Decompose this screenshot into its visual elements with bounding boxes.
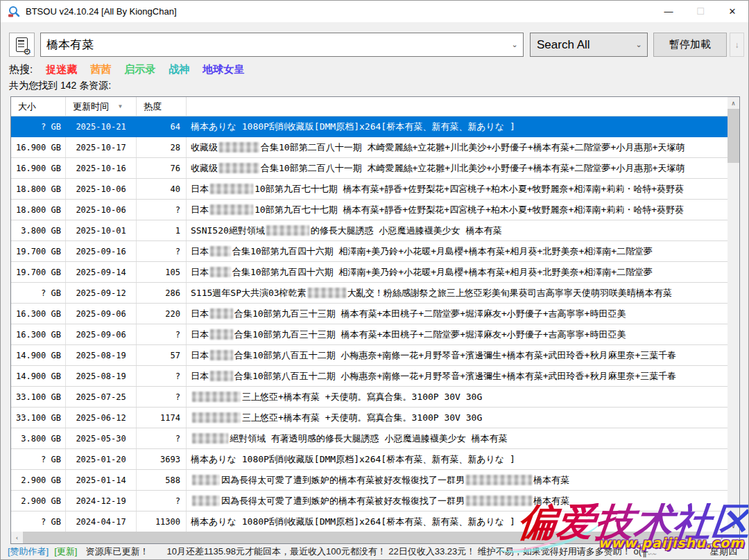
cell-size: 2.900 GB — [11, 491, 66, 511]
table-row[interactable]: ? GB 2024-04-17 11300 橋本ありな 1080P刮削收藏版[D… — [11, 511, 728, 532]
cell-title: S115週年SP大共演03榨乾素大亂交！粉絲感謝祭之旅三上悠亞彩美旬果葵司吉高寧… — [187, 283, 728, 303]
search-dropdown-arrow-icon[interactable]: ⌄ — [506, 40, 523, 49]
cell-date: 2025-08-19 — [66, 345, 137, 365]
search-input[interactable] — [41, 38, 506, 52]
cell-title: 絕對領域 有著透明感的修長大腿誘惑 小惡魔過膝襪美少女 橋本有菜 — [187, 428, 728, 448]
cell-date: 2025-09-16 — [66, 241, 137, 261]
cell-heat: 28 — [137, 137, 187, 157]
censored-blur — [210, 308, 233, 319]
table-row[interactable]: 3.800 GB 2025-05-30 ? 絕對領域 有著透明感的修長大腿誘惑 … — [11, 428, 728, 449]
cell-date: 2025-10-16 — [66, 158, 137, 178]
table-row[interactable]: ? GB 2025-10-21 64 橋本ありな 1080P刮削收藏版[DMM原… — [11, 116, 728, 137]
column-header-date-label: 更新时间 — [73, 100, 109, 113]
cell-heat: ? — [137, 491, 187, 511]
cell-heat: 1174 — [137, 408, 187, 428]
table-row[interactable]: 3.800 GB 2025-10-01 1 SSNI520絕對領域 的修長大腿誘… — [11, 220, 728, 241]
cell-title: 日本10部第九百七十七期 橋本有菜+靜香+佐野梨花+四宮桃子+柏木小夏+牧野麗奈… — [187, 179, 728, 199]
cell-date: 2025-10-21 — [66, 116, 137, 137]
cell-title: 日本合集10部第九百四十六期 相澤南+美乃鈴+小花暖+月島櫻+橋本有菜+相月葵+… — [187, 262, 728, 282]
censored-blur — [192, 496, 220, 506]
table-row[interactable]: ? GB 2025-09-12 286 S115週年SP大共演03榨乾素大亂交！… — [11, 283, 728, 304]
minimize-button[interactable]: — — [653, 1, 685, 22]
table-row[interactable]: 19.700 GB 2025-09-14 105 日本合集10部第九百四十六期 … — [11, 262, 728, 283]
engine-selected-label: Search All — [531, 38, 630, 52]
table-row[interactable]: 14.900 GB 2025-08-19 ? 日本合集10部第八百五十二期 小梅… — [11, 366, 728, 387]
column-header-title[interactable] — [187, 97, 728, 116]
cell-date: 2025-09-06 — [66, 304, 137, 324]
cell-title: 日本10部第九百七十七期 橋本有菜+靜香+佐野梨花+四宮桃子+柏木小夏+牧野麗奈… — [187, 200, 728, 220]
horizontal-scrollbar[interactable]: ‹ › — [11, 532, 728, 543]
hot-search-link[interactable]: 捉迷藏 — [46, 63, 77, 76]
table-row[interactable]: 16.300 GB 2025-09-06 ? 日本合集10部第九百三十三期 橋本… — [11, 324, 728, 345]
sponsor-link[interactable]: [赞助作者] — [8, 545, 49, 558]
table-row[interactable]: 33.100 GB 2025-06-12 1174 三上悠亞+橋本有菜 +天使萌… — [11, 408, 728, 428]
table-row[interactable]: 2.900 GB 2024-12-19 ? 因為長得太可愛了遭到嫉妒的橋本有菜被… — [11, 491, 728, 511]
censored-blur — [210, 350, 233, 360]
cell-title: SSNI520絕對領域 的修長大腿誘惑 小惡魔過膝襪美少女 橋本有菜 — [187, 220, 728, 240]
status-bar: [赞助作者] [更新] 资源库已更新！ 10月还差1135.98元才能回本，最近… — [1, 544, 748, 559]
app-icon — [8, 6, 20, 18]
maximize-button[interactable]: ☐ — [685, 1, 716, 22]
cell-title: 日本合集10部第九百三十三期 橋本有菜+本田桃子+二階堂夢+堀澤麻友+小野優子+… — [187, 324, 728, 344]
cell-title: 日本合集10部第八百五十二期 小梅惠奈+南條一花+月野琴音+濱邊彌生+橋本有菜+… — [187, 345, 728, 365]
toolbar: ⚙ ⌄ Search All ⌄ 暫停加載 ↓ — [1, 24, 748, 64]
scroll-up-icon[interactable]: ∧ — [728, 97, 739, 109]
search-settings-button[interactable]: ⚙ — [9, 33, 35, 57]
censored-blur — [192, 475, 220, 485]
vertical-scroll-thumb[interactable] — [728, 109, 739, 163]
cell-size: 16.300 GB — [11, 304, 66, 324]
cell-heat: ? — [137, 428, 187, 448]
close-button[interactable]: ✕ — [716, 1, 748, 22]
cell-size: 19.700 GB — [11, 241, 66, 261]
hot-search-link[interactable]: 启示录 — [124, 63, 155, 76]
cell-heat: ? — [137, 241, 187, 261]
table-row[interactable]: 18.800 GB 2025-10-06 40 日本10部第九百七十七期 橋本有… — [11, 179, 728, 200]
update-link[interactable]: [更新] — [54, 545, 77, 558]
censored-blur — [210, 371, 233, 381]
column-header-heat[interactable]: 热度 — [137, 97, 187, 116]
scroll-left-icon[interactable]: ‹ — [11, 532, 23, 543]
cell-size: 33.100 GB — [11, 387, 66, 407]
status-weekday: 星期四 — [710, 545, 741, 558]
title-bar: BTSOU v24.10.24 [All By KiongChan] — ☐ ✕ — [1, 1, 748, 23]
cell-size: 2.900 GB — [11, 470, 66, 490]
cell-heat: 76 — [137, 158, 187, 178]
censored-blur — [210, 329, 233, 340]
scroll-right-icon[interactable]: › — [716, 532, 728, 543]
hot-search-link[interactable]: 战神 — [169, 63, 189, 76]
censored-blur — [210, 267, 231, 277]
column-header-date[interactable]: 更新时间 ▼ — [66, 97, 137, 116]
censored-blur — [266, 225, 309, 236]
table-row[interactable]: 16.900 GB 2025-10-17 28 收藏级合集10部第二百八十一期 … — [11, 137, 728, 158]
table-row[interactable]: ? GB 2025-01-20 3693 橋本ありな 1080P刮削收藏版[DM… — [11, 449, 728, 470]
hot-search-link[interactable]: 茜茜 — [90, 63, 111, 76]
sort-desc-icon: ▼ — [119, 103, 122, 110]
hot-search-link[interactable]: 地球女皇 — [203, 63, 244, 76]
results-table: 大小 更新时间 ▼ 热度 ? GB 2025-10-21 64 橋本ありな 10… — [10, 96, 740, 544]
table-row[interactable]: 19.700 GB 2025-09-16 ? 日本合集10部第九百四十六期 相澤… — [11, 241, 728, 262]
cell-date: 2025-01-14 — [66, 470, 137, 490]
vertical-scrollbar[interactable]: ∧ ∨ — [728, 97, 739, 532]
load-more-button[interactable]: ↓ — [730, 33, 744, 57]
cell-size: 16.900 GB — [11, 158, 66, 178]
censored-blur — [308, 288, 346, 298]
table-row[interactable]: 18.800 GB 2025-10-06 ? 日本10部第九百七十七期 橋本有菜… — [11, 200, 728, 220]
pause-load-button[interactable]: 暫停加載 — [653, 33, 727, 57]
hot-search-row: 热搜: 捉迷藏茜茜启示录战神地球女皇 — [9, 63, 244, 76]
censored-blur — [210, 204, 253, 215]
table-row[interactable]: 14.900 GB 2025-08-19 57 日本合集10部第八百五十二期 小… — [11, 345, 728, 366]
cell-date: 2025-06-12 — [66, 408, 137, 428]
cell-size: 18.800 GB — [11, 200, 66, 220]
column-header-size[interactable]: 大小 — [11, 97, 66, 116]
table-row[interactable]: 33.100 GB 2025-07-25 ? 三上悠亞+橋本有菜 +天使萌。寫真… — [11, 387, 728, 408]
cell-date: 2025-10-06 — [66, 200, 137, 220]
table-row[interactable]: 16.900 GB 2025-10-16 76 收藏级合集10部第二百八十一期 … — [11, 158, 728, 179]
table-row[interactable]: 16.300 GB 2025-09-06 220 日本合集10部第九百三十三期 … — [11, 304, 728, 324]
table-row[interactable]: 2.900 GB 2025-01-14 588 因為長得太可愛了遭到嫉妒的橋本有… — [11, 470, 728, 491]
horizontal-scroll-thumb[interactable] — [23, 532, 700, 543]
cell-heat: 105 — [137, 262, 187, 282]
scroll-down-icon[interactable]: ∨ — [728, 520, 739, 532]
engine-select[interactable]: Search All ⌄ — [530, 33, 648, 57]
window-title: BTSOU v24.10.24 [All By KiongChan] — [26, 6, 177, 17]
cell-size: ? GB — [11, 449, 66, 469]
